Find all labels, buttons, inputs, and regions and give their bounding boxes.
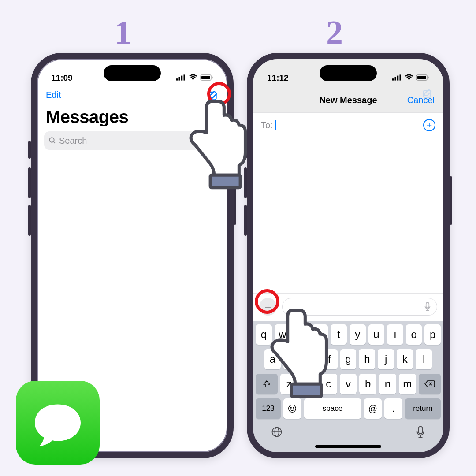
svg-point-22 xyxy=(289,405,296,413)
svg-rect-14 xyxy=(400,74,401,80)
svg-rect-1 xyxy=(179,77,180,81)
svg-rect-28 xyxy=(419,427,423,434)
key-a[interactable]: a xyxy=(264,349,281,369)
status-time: 11:09 xyxy=(51,73,73,83)
key-s[interactable]: s xyxy=(283,349,300,369)
at-key[interactable]: @ xyxy=(364,398,382,419)
cellular-icon xyxy=(392,73,402,83)
svg-rect-2 xyxy=(181,76,182,81)
key-z[interactable]: z xyxy=(280,374,298,394)
shift-key[interactable] xyxy=(256,374,278,394)
phone-frame: 11:12 New Message xyxy=(247,53,450,458)
key-x[interactable]: x xyxy=(300,374,317,394)
key-k[interactable]: k xyxy=(397,349,413,369)
status-time: 11:12 xyxy=(267,73,289,83)
home-indicator[interactable] xyxy=(315,445,381,448)
key-l[interactable]: l xyxy=(416,349,432,369)
cancel-button[interactable]: Cancel xyxy=(407,95,435,105)
battery-icon xyxy=(200,73,213,83)
key-q[interactable]: q xyxy=(256,324,272,345)
svg-rect-13 xyxy=(397,76,398,81)
svg-rect-0 xyxy=(176,78,178,80)
svg-rect-19 xyxy=(426,302,429,308)
svg-rect-17 xyxy=(428,77,429,79)
key-y[interactable]: y xyxy=(350,324,366,345)
to-field[interactable]: To: + xyxy=(253,112,443,138)
dynamic-island xyxy=(320,65,377,81)
attach-plus-button[interactable]: + xyxy=(259,298,277,316)
key-m[interactable]: m xyxy=(399,374,416,394)
keyboard: qwertyuiop asdfghjkl zxcvbnm 123 space @… xyxy=(253,321,443,452)
emoji-key[interactable] xyxy=(283,398,301,419)
key-i[interactable]: i xyxy=(387,324,403,345)
dynamic-island xyxy=(104,65,161,81)
key-v[interactable]: v xyxy=(340,374,357,394)
compose-button[interactable] xyxy=(207,90,219,104)
backspace-key[interactable] xyxy=(419,374,441,394)
step-number-2: 2 xyxy=(326,13,343,52)
key-g[interactable]: g xyxy=(340,349,357,369)
edit-button[interactable]: Edit xyxy=(46,90,61,104)
message-input[interactable] xyxy=(282,298,437,316)
globe-key[interactable] xyxy=(271,426,283,441)
to-label: To: xyxy=(261,120,273,130)
battery-icon xyxy=(416,73,429,83)
dictate-icon[interactable] xyxy=(424,302,431,312)
svg-rect-3 xyxy=(184,74,185,80)
return-key[interactable]: return xyxy=(405,398,441,419)
svg-rect-16 xyxy=(417,76,426,79)
add-contact-button[interactable]: + xyxy=(423,119,435,131)
messages-app-icon xyxy=(16,381,100,465)
key-o[interactable]: o xyxy=(406,324,422,345)
svg-rect-5 xyxy=(201,76,210,79)
key-j[interactable]: j xyxy=(378,349,394,369)
svg-point-23 xyxy=(291,407,292,408)
key-u[interactable]: u xyxy=(368,324,385,345)
svg-point-8 xyxy=(49,138,54,142)
mic-key[interactable] xyxy=(415,426,426,441)
text-cursor xyxy=(275,120,276,130)
step-number-1: 1 xyxy=(115,13,131,52)
numbers-key[interactable]: 123 xyxy=(256,398,281,419)
page-title: Messages xyxy=(37,105,227,131)
svg-point-24 xyxy=(293,407,294,408)
svg-rect-6 xyxy=(212,77,213,79)
key-n[interactable]: n xyxy=(379,374,396,394)
key-e[interactable]: e xyxy=(293,324,309,345)
svg-rect-12 xyxy=(395,77,396,81)
key-t[interactable]: t xyxy=(331,324,347,345)
search-placeholder: Search xyxy=(59,136,87,146)
wifi-icon xyxy=(189,73,197,83)
key-w[interactable]: w xyxy=(275,324,291,345)
key-h[interactable]: h xyxy=(359,349,375,369)
wifi-icon xyxy=(405,73,413,83)
svg-rect-11 xyxy=(392,78,394,80)
key-p[interactable]: p xyxy=(424,324,441,345)
key-f[interactable]: f xyxy=(321,349,338,369)
key-b[interactable]: b xyxy=(359,374,376,394)
key-d[interactable]: d xyxy=(302,349,319,369)
tutorial-step-2: 11:12 New Message xyxy=(247,53,450,458)
key-r[interactable]: r xyxy=(312,324,328,345)
key-c[interactable]: c xyxy=(320,374,337,394)
dot-key[interactable]: . xyxy=(384,398,402,419)
cellular-icon xyxy=(176,73,186,83)
search-input[interactable]: Search xyxy=(44,131,220,150)
space-key[interactable]: space xyxy=(304,398,361,419)
svg-line-9 xyxy=(53,141,55,143)
